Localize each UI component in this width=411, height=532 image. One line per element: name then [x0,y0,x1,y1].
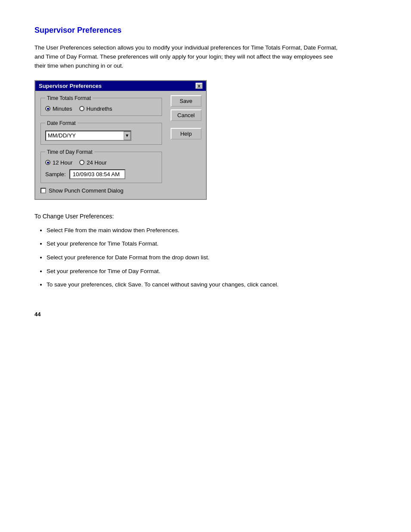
page-number: 44 [34,311,377,317]
time-of-day-radio-row: 12 Hour 24 Hour [45,159,157,166]
hour24-radio-item[interactable]: 24 Hour [79,159,106,166]
hundreths-radio[interactable] [79,106,84,111]
instructions-section: To Change User Preferences: Select File … [34,213,377,289]
punch-comment-row: Show Punch Comment Dialog [40,187,162,194]
dialog-buttons-panel: Save Cancel Help [167,91,206,144]
time-totals-group: Time Totals Format Minutes Hundreths [40,95,162,116]
intro-paragraph: The User Preferences selection allows yo… [34,44,345,71]
hour12-label: 12 Hour [53,159,72,166]
dialog-titlebar: Supervisor Preferences x [35,81,206,91]
date-format-select-row: MM/DD/YY ▼ [45,131,157,141]
close-button[interactable]: x [196,83,202,89]
date-format-dropdown[interactable]: ▼ [124,131,131,140]
minutes-radio-item[interactable]: Minutes [45,106,72,112]
help-button[interactable]: Help [171,128,202,140]
save-button[interactable]: Save [171,95,202,107]
punch-comment-label: Show Punch Comment Dialog [49,187,123,194]
cancel-button[interactable]: Cancel [171,109,202,121]
hour24-radio[interactable] [79,160,84,165]
hour12-radio[interactable] [45,160,50,165]
time-of-day-group: Time of Day Format 12 Hour 24 Hour Sampl… [40,149,162,183]
punch-comment-checkbox[interactable] [40,188,46,193]
page-title: Supervisor Preferences [34,26,377,35]
bullet-1: Select File from the main window then Pr… [47,226,377,235]
bullet-5: To save your preferences, click Save. To… [47,280,377,289]
bullet-2: Set your preference for Time Totals Form… [47,239,377,249]
time-totals-radio-row: Minutes Hundreths [45,106,157,112]
hour12-radio-item[interactable]: 12 Hour [45,159,72,166]
bullet-4: Set your preference for Time of Day Form… [47,267,377,276]
sample-label: Sample: [45,171,66,177]
date-format-legend: Date Format [45,120,78,126]
time-totals-legend: Time Totals Format [45,95,93,101]
hour24-label: 24 Hour [87,159,106,166]
sample-row: Sample: 10/09/03 08:54 AM [45,169,157,179]
instructions-heading: To Change User Preferences: [34,213,377,220]
hundreths-label: Hundreths [87,106,112,112]
date-format-group: Date Format MM/DD/YY ▼ [40,120,162,145]
bullet-3: Select your preference for Date Format f… [47,253,377,262]
dialog-box: Supervisor Preferences x Time Totals For… [34,80,207,200]
time-of-day-legend: Time of Day Format [45,149,94,155]
minutes-label: Minutes [53,106,72,112]
minutes-radio[interactable] [45,106,50,111]
dialog-title-text: Supervisor Preferences [39,83,102,89]
hundreths-radio-item[interactable]: Hundreths [79,106,112,112]
dialog-window: Supervisor Preferences x Time Totals For… [34,80,377,200]
sample-value: 10/09/03 08:54 AM [69,169,125,179]
instructions-list: Select File from the main window then Pr… [34,226,377,289]
date-format-value: MM/DD/YY [46,131,124,140]
